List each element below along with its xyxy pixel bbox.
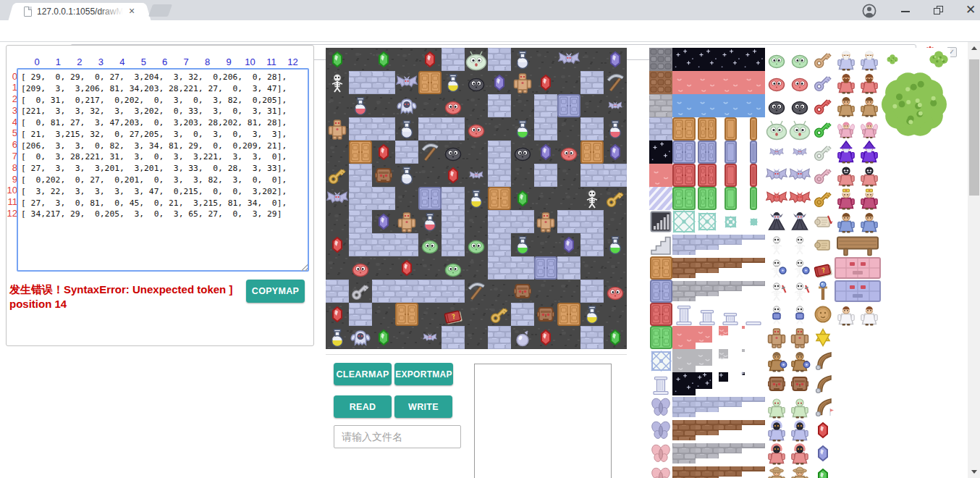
scrollbar-down-icon[interactable] — [968, 466, 980, 478]
scrollbar-thumb[interactable] — [969, 59, 979, 196]
tab-title-fade — [98, 4, 127, 20]
column-header: 3 — [98, 56, 104, 67]
page-favicon-icon — [24, 7, 32, 17]
restore-button[interactable] — [922, 0, 955, 20]
row-header: 11 — [7, 196, 17, 207]
column-header: 7 — [184, 56, 189, 67]
minimize-button[interactable] — [889, 0, 922, 20]
row-header: 1 — [7, 82, 17, 93]
tab-bar: 127.0.0.1:1055/drawMa × ✕ — [0, 0, 980, 20]
row-header: 3 — [7, 105, 17, 116]
tileset-canvas[interactable] — [649, 48, 950, 478]
column-header: 2 — [77, 56, 82, 67]
clearmap-button[interactable]: CLEARMAP — [334, 363, 392, 385]
matrix-panel: 0123456789101112 0123456789101112 发生错误！S… — [6, 45, 314, 346]
filename-input[interactable] — [334, 425, 461, 448]
row-header: 7 — [7, 151, 17, 162]
map-divider — [326, 354, 627, 355]
map-canvas[interactable] — [326, 48, 627, 349]
row-header: 5 — [7, 127, 17, 138]
export-output-box[interactable] — [474, 364, 612, 478]
column-header: 8 — [205, 56, 210, 67]
column-header: 0 — [34, 56, 39, 67]
write-button[interactable]: WRITE — [394, 395, 452, 418]
close-button[interactable]: ✕ — [954, 0, 980, 20]
tab-close-icon[interactable]: × — [126, 6, 138, 17]
new-tab-button[interactable] — [148, 4, 172, 17]
scrollbar-up-icon[interactable] — [968, 42, 980, 54]
column-header: 4 — [119, 56, 124, 67]
column-header: 9 — [226, 56, 231, 67]
copymap-button[interactable]: COPYMAP — [246, 280, 305, 303]
column-header: 6 — [162, 56, 167, 67]
row-header: 10 — [7, 185, 17, 196]
row-header: 0 — [7, 71, 17, 82]
column-header: 11 — [266, 56, 276, 67]
column-header: 10 — [245, 56, 255, 67]
row-header: 12 — [7, 208, 17, 219]
column-header: 1 — [56, 56, 61, 67]
profile-icon[interactable] — [862, 4, 876, 18]
read-button[interactable]: READ — [334, 395, 392, 418]
map-matrix-textarea[interactable] — [17, 68, 309, 272]
row-header: 4 — [7, 117, 17, 127]
column-header: 12 — [287, 56, 297, 67]
column-header: 5 — [141, 56, 146, 67]
browser-toolbar: ← → ↻ i 127.0.0.1:1055/drawMapGUI.html ☆… — [0, 20, 980, 42]
row-header: 6 — [7, 139, 17, 150]
browser-tab[interactable]: 127.0.0.1:1055/drawMa × — [17, 3, 142, 20]
exportmap-button[interactable]: EXPORTMAP — [394, 363, 453, 385]
error-message: 发生错误！SyntaxError: Unexpected token ] pos… — [9, 282, 248, 311]
row-header: 8 — [7, 162, 17, 173]
row-header: 2 — [7, 93, 17, 104]
row-header: 9 — [7, 174, 17, 185]
